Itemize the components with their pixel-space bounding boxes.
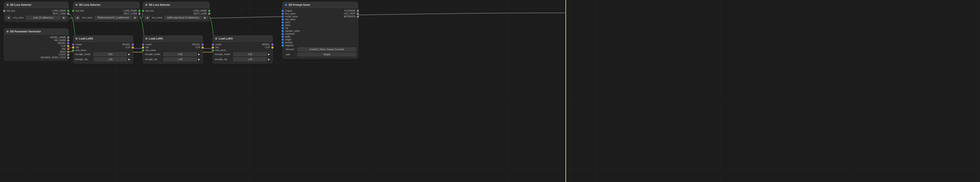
node-body-2: last_lora LORA_NAME NEXT_LORA ◀ lora_nam… — [73, 8, 140, 22]
port-metadata-out-ps — [357, 16, 359, 18]
node-status-dot-ps — [285, 4, 287, 6]
node-body-ll1: model MODEL clip CLIP lora_name — [73, 42, 133, 63]
node-body-ll2: model MODEL clip CLIP lora_name s — [143, 42, 203, 63]
arr-right-strength-clip-ll3[interactable]: ▶ — [267, 58, 270, 61]
port-row-refiner-out: REFINER_START_STEP — [4, 56, 68, 59]
right-section-next-3: NEXT_LORA — [192, 13, 209, 15]
port-steps-in-ps — [282, 24, 284, 27]
left-section-3: last_lora — [143, 9, 192, 12]
port-row-model-name-ps: model_name METADATA — [283, 15, 358, 18]
node-status-dot-2 — [75, 4, 78, 6]
arr-right-strength-model-ll1[interactable]: ▶ — [128, 53, 130, 56]
port-next-lora-2 — [138, 13, 141, 15]
port-row-seed-ps: seed — [283, 21, 358, 24]
label-metadata-out-ps: METADATA — [342, 15, 357, 18]
node-status-dot-ll1 — [75, 38, 78, 40]
port-row-model-ll1: model MODEL — [73, 43, 133, 46]
port-model-out-ll2 — [202, 43, 204, 46]
arrow-left-btn-1[interactable]: ◀ — [6, 16, 11, 19]
port-lora-name-out-3 — [208, 10, 210, 12]
strength-clip-row-ll2: strength_clip 1.00 ▶ — [143, 57, 203, 62]
label-last-lora-1: last_lora — [5, 9, 16, 12]
port-row-lora-name-ll3: lora_name — [213, 49, 272, 52]
lora-selector-node-1: SD Lora Selector last_lora LORA_NAME NEX… — [4, 2, 68, 22]
canvas-background — [0, 0, 980, 182]
value-strength-model-ll2: 0.60 — [164, 52, 197, 56]
node-header-ps: SD Prompt Saver — [283, 2, 358, 8]
label-lora-name-out-2: LORA_NAME — [122, 9, 138, 12]
port-row-lora-name-ll2: lora_name — [143, 49, 203, 52]
label-clip-in-ll1: clip — [74, 46, 80, 49]
port-last-lora-3 — [142, 10, 144, 12]
port-height-in-ps — [282, 39, 284, 41]
label-clip-in-ll2: clip — [144, 46, 150, 49]
port-row-next-lora-1: NEXT_LORA — [4, 12, 68, 15]
port-row-model-name: MODEL_NAME — [4, 36, 68, 39]
arr-right-strength-model-ll2[interactable]: ▶ — [198, 53, 200, 56]
arr-right-strength-clip-ll2[interactable]: ▶ — [198, 58, 200, 61]
arrow-right-btn-1[interactable]: ▶ — [62, 16, 67, 19]
port-images-in-ps — [282, 10, 284, 12]
label-model-name-in-ps: model_name — [284, 15, 299, 18]
port-filepath-out-ps — [357, 13, 359, 15]
arrow-left-btn-3[interactable]: ◀ — [145, 16, 150, 19]
port-seed-in-ps — [282, 21, 284, 24]
port-row-vae-name-ps: vae_name — [283, 18, 358, 21]
label-images-in-ps: images — [284, 9, 294, 12]
port-lora-name-in-ll2 — [142, 49, 144, 52]
label-model-out: MODEL — [57, 42, 67, 44]
lora-selector-node-2: SD Lora Selector last_lora LORA_NAME NEX… — [73, 2, 140, 22]
port-row-scheduler-ps: scheduler — [283, 32, 358, 35]
widget-value-2: PlatformGameV0_2.safetensors — [95, 16, 132, 19]
node-status-dot-3 — [145, 4, 148, 6]
label-lora-name-in-ll3: lora_name — [214, 49, 227, 52]
node-status-dot-1 — [6, 4, 9, 6]
arrow-right-btn-3[interactable]: ▶ — [203, 16, 207, 19]
port-row-lora-name-2: last_lora LORA_NAME — [73, 9, 140, 12]
port-clip-out-ll2 — [202, 46, 204, 49]
port-clip-in-ll2 — [142, 46, 144, 49]
load-lora-node-1: Load LoRA model MODEL clip CLIP — [73, 35, 133, 63]
label-next-lora-3: NEXT_LORA — [192, 13, 208, 15]
port-cfg-in-ps — [282, 27, 284, 29]
widget-label-1: lora_name — [12, 16, 25, 19]
port-positive-in-ps — [282, 41, 284, 44]
arrow-right-icon-ll1: ▶ — [128, 53, 130, 55]
port-model-out-ll3 — [271, 43, 274, 46]
port-clip-out — [67, 45, 69, 47]
node-header-3: SD Lora Selector — [143, 2, 209, 8]
label-model-out-ll2: MODEL — [191, 43, 202, 46]
widget-filename-value-ps[interactable]: ComfyUI_%time_%seed_%counter — [298, 47, 356, 51]
lora-selector-node-3: SD Lora Selector last_lora LORA_NAME NEX… — [143, 2, 210, 22]
arrow-right-icon-ll3: ▶ — [268, 53, 270, 55]
label-last-lora-3: last_lora — [144, 9, 155, 12]
right-section-3: LORA_NAME — [192, 9, 209, 12]
widget-filename-label-ps: filename — [285, 48, 297, 51]
port-row-model-out: MODEL — [4, 42, 68, 44]
port-row-model-ll3: model MODEL — [213, 43, 272, 46]
label-model-in-ll1: model — [74, 43, 83, 46]
port-refiner-out — [67, 57, 69, 59]
arrow-left-btn-2[interactable]: ◀ — [75, 16, 80, 19]
node-title-ps: SD Prompt Saver — [288, 3, 310, 6]
arrow-right-btn-2[interactable]: ▶ — [133, 16, 138, 19]
node-title-1: SD Lora Selector — [10, 3, 32, 6]
arr-right-strength-clip-ll1[interactable]: ▶ — [128, 58, 130, 61]
label-clip-out-ll3: CLIP — [264, 46, 271, 49]
node-header-ll3: Load LoRA — [213, 36, 272, 42]
arrow-left-icon-3: ◀ — [146, 16, 148, 19]
arr-right-strength-model-ll3[interactable]: ▶ — [267, 53, 270, 56]
label-next-lora-2: NEXT_LORA — [123, 13, 138, 15]
node-header-param: SD Parameter Generator — [4, 28, 68, 35]
node-body-param: MODEL_NAME VAE_NAME MODEL CLIP — [4, 35, 68, 60]
port-row-seed-out: SEED — [4, 51, 68, 53]
label-model-out-ll1: MODEL — [121, 43, 132, 46]
left-section-2: last_lora — [73, 9, 122, 12]
param-gen-node: SD Parameter Generator MODEL_NAME VAE_NA… — [4, 28, 68, 60]
node-title-ll3: Load LoRA — [219, 37, 233, 40]
label-strength-model-ll1: strength_model — [75, 53, 93, 55]
strength-clip-row-ll1: strength_clip 1.00 ▶ — [73, 57, 133, 62]
widget-path-value-ps[interactable]: %date( — [298, 52, 356, 56]
label-strength-model-ll3: strength_model — [215, 53, 232, 55]
node-body-ll3: model MODEL clip CLIP lora_name s — [213, 42, 272, 63]
